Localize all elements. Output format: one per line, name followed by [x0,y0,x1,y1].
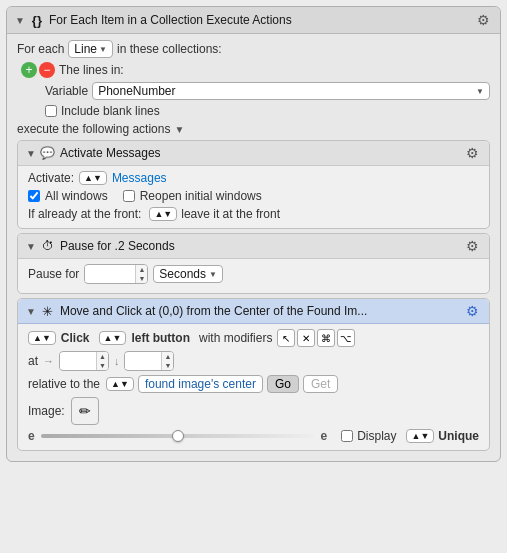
activate-stepper-down[interactable]: ▼ [93,173,102,183]
button-stepper: ▲ ▼ [99,331,127,345]
image-label: Image: [28,404,65,418]
pause-row: Pause for .2 ▲ ▼ Seconds ▼ [28,264,479,284]
x-stepper-up[interactable]: ▲ [97,352,108,361]
all-windows-row: All windows Reopen initial windows [28,189,479,203]
execute-triangle[interactable]: ▼ [174,124,184,135]
foreach-icon: {} [29,12,45,28]
foreach-body: For each Line ▼ in these collections: + … [7,34,500,461]
click-stepper-up[interactable]: ▲ [33,333,42,343]
activate-collapse-btn[interactable]: ▼ [26,148,36,159]
pause-stepper-down[interactable]: ▼ [136,274,147,283]
move-click-gear-btn[interactable]: ⚙ [464,303,481,319]
pause-title: Pause for .2 Seconds [60,239,175,253]
unique-label: Unique [438,429,479,443]
leave-stepper-up[interactable]: ▲ [154,209,163,219]
go-btn[interactable]: Go [267,375,299,393]
move-click-block: ▼ ✳ Move and Click at (0,0) from the Cen… [17,298,490,451]
pause-stepper-up[interactable]: ▲ [136,265,147,274]
pause-input-wrap: .2 ▲ ▼ [84,264,148,284]
pause-collapse-btn[interactable]: ▼ [26,241,36,252]
image-edit-btn[interactable]: ✏ [71,397,99,425]
foreach-row: For each Line ▼ in these collections: [17,40,490,58]
slider-left-label: e [28,429,35,443]
button-stepper-down[interactable]: ▼ [112,333,121,343]
variable-select[interactable]: PhoneNumber ▼ [92,82,490,100]
activate-stepper-up[interactable]: ▲ [84,173,93,183]
coords-row: at → 0 ▲ ▼ ↓ 0 ▲ ▼ [28,351,479,371]
slider-track[interactable] [41,434,315,438]
activate-label: Activate: [28,171,74,185]
activate-body: Activate: ▲ ▼ Messages All windows Reope… [18,166,489,228]
mod-btn-x[interactable]: ✕ [297,329,315,347]
lines-in-label: The lines in: [59,63,124,77]
line-select[interactable]: Line ▼ [68,40,113,58]
y-coord-wrap: 0 ▲ ▼ [124,351,174,371]
display-checkbox[interactable] [341,430,353,442]
arrow-down-icon: ↓ [114,355,120,367]
all-windows-checkbox[interactable] [28,190,40,202]
relative-stepper: ▲ ▼ [106,377,134,391]
found-center-value[interactable]: found image's center [138,375,263,393]
x-stepper-down[interactable]: ▼ [97,361,108,370]
seconds-select[interactable]: Seconds ▼ [153,265,223,283]
arrow-right-icon: → [43,355,54,367]
unique-stepper-down[interactable]: ▼ [420,431,429,441]
include-blank-label: Include blank lines [61,104,160,118]
remove-collection-btn[interactable]: − [39,62,55,78]
pause-for-label: Pause for [28,267,79,281]
foreach-title: For Each Item in a Collection Execute Ac… [49,13,292,27]
foreach-collapse-btn[interactable]: ▼ [15,15,25,26]
activate-stepper: ▲ ▼ [79,171,107,185]
y-coord-input[interactable]: 0 [125,353,161,369]
include-blank-row: Include blank lines [45,104,490,118]
move-collapse-btn[interactable]: ▼ [26,306,36,317]
click-stepper-down[interactable]: ▼ [42,333,51,343]
y-stepper-up[interactable]: ▲ [162,352,173,361]
pause-icon: ⏱ [40,238,56,254]
at-label: at [28,354,38,368]
variable-value: PhoneNumber [98,84,476,98]
y-stepper-down[interactable]: ▼ [162,361,173,370]
pause-header: ▼ ⏱ Pause for .2 Seconds ⚙ [18,234,489,259]
leave-stepper-down[interactable]: ▼ [163,209,172,219]
activate-title: Activate Messages [60,146,161,160]
variable-row: Variable PhoneNumber ▼ [45,82,490,100]
unique-stepper-up[interactable]: ▲ [411,431,420,441]
mod-btn-opt[interactable]: ⌥ [337,329,355,347]
pause-value-input[interactable]: .2 [85,266,135,282]
slider-right-label: e [320,429,327,443]
mod-btn-arrow[interactable]: ↖ [277,329,295,347]
slider-row: e e Display ▲ ▼ Unique [28,429,479,443]
x-stepper: ▲ ▼ [96,352,108,370]
line-value: Line [74,42,97,56]
x-coord-input[interactable]: 0 [60,353,96,369]
foreach-gear-btn[interactable]: ⚙ [475,12,492,28]
foreach-block-header: ▼ {} For Each Item in a Collection Execu… [7,7,500,34]
move-click-title: Move and Click at (0,0) from the Center … [60,304,367,318]
reopen-checkbox[interactable] [123,190,135,202]
button-stepper-up[interactable]: ▲ [104,333,113,343]
relative-stepper-down[interactable]: ▼ [120,379,129,389]
include-blank-checkbox[interactable] [45,105,57,117]
activate-row: Activate: ▲ ▼ Messages [28,171,479,185]
pause-gear-btn[interactable]: ⚙ [464,238,481,254]
add-collection-btn[interactable]: + [21,62,37,78]
activate-gear-btn[interactable]: ⚙ [464,145,481,161]
leave-value: leave it at the front [181,207,280,221]
for-each-label: For each [17,42,64,56]
with-modifiers-label: with modifiers [199,331,272,345]
execute-label: execute the following actions [17,122,170,136]
leave-stepper: ▲ ▼ [149,207,177,221]
button-value: left button [131,331,190,345]
relative-stepper-up[interactable]: ▲ [111,379,120,389]
seconds-dropdown-arrow: ▼ [209,270,217,279]
slider-thumb[interactable] [172,430,184,442]
activate-messages-block: ▼ 💬 Activate Messages ⚙ Activate: ▲ ▼ Me… [17,140,490,229]
get-btn[interactable]: Get [303,375,338,393]
variable-label: Variable [45,84,88,98]
messages-value: Messages [112,171,167,185]
click-type-row: ▲ ▼ Click ▲ ▼ left button with modifiers… [28,329,479,347]
mod-btn-cmd[interactable]: ⌘ [317,329,335,347]
display-row: Display ▲ ▼ Unique [341,429,479,443]
relative-row: relative to the ▲ ▼ found image's center… [28,375,479,393]
